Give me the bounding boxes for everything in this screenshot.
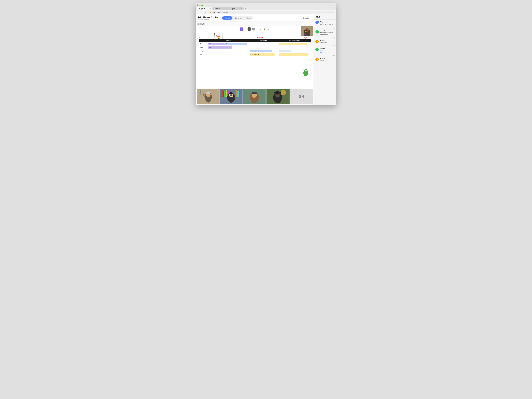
toolbar-select[interactable]: ▭ [240, 27, 243, 31]
reload-button[interactable]: ↻ [205, 11, 207, 13]
participant-video-4 [266, 89, 290, 104]
screen-share-label: Boby F. [200, 23, 204, 25]
person-pele: Pele [199, 53, 207, 56]
address-input[interactable]: 🔒 Nyocot.com/meet-HsdjASHd [208, 11, 335, 13]
msg-time-4: 05.29 [316, 55, 335, 56]
col-next-month: Next month [249, 39, 279, 42]
milestone-line [260, 43, 260, 57]
svg-point-16 [306, 71, 307, 71]
toolbar-pen[interactable]: ✏ [244, 27, 247, 31]
tab-document[interactable]: Document [233, 16, 244, 20]
msg-sender-1: You [320, 21, 335, 22]
participants-row: SR [197, 89, 313, 104]
toolbar-text[interactable]: T [255, 27, 259, 31]
person-mbappe: Mbappe [199, 49, 207, 53]
traffic-lights [197, 4, 335, 6]
table-row: Messi Slicing UI [199, 46, 311, 49]
task-interview: In-Depth Interview [250, 53, 275, 56]
screen-icon: 🖥 [198, 23, 199, 25]
ronaldo-month-after: UI Design [279, 42, 311, 46]
tab-nyocot-label: Nyocot [201, 8, 205, 10]
meeting-content: 🖥 Boby F. [196, 22, 314, 105]
tab-notion[interactable]: N Notion ✕ [212, 7, 228, 10]
url-text: Nyocot.com/meet-HsdjASHd [212, 12, 229, 13]
chat-message-2: S Steven S I have a finished present mee… [316, 30, 335, 35]
msg-content-2: Steven S I have a finished present meeti… [320, 30, 335, 35]
svg-rect-38 [239, 91, 240, 97]
chat-title: Chat [316, 16, 335, 18]
toolbar-lock[interactable]: 🔒 [263, 27, 266, 31]
svg-rect-33 [224, 91, 226, 97]
toolbar-shape[interactable] [247, 27, 251, 31]
close-button[interactable] [197, 4, 198, 6]
msg-content-4: Steven S Off Col https:// [320, 48, 335, 53]
tab-meeting[interactable]: Meeting [222, 16, 232, 20]
tab-figma-close[interactable]: ✕ [241, 8, 242, 9]
tab-nyocot[interactable]: ⚙ Nyocot ✕ [197, 7, 212, 10]
svg-rect-28 [206, 92, 211, 93]
table-row: Mbappe Usability Testing [199, 49, 311, 53]
timeline-header-row: This month Next month The month after th… [199, 39, 311, 42]
svg-point-57 [276, 95, 279, 97]
maximize-button[interactable] [201, 4, 203, 6]
task-mbappe-extra [279, 50, 291, 52]
ronaldo-this-month: UX Research UX Design [207, 42, 249, 46]
task-ui-design: UI Design [279, 43, 307, 45]
avatar-steven-2: S [316, 48, 319, 51]
svg-point-44 [229, 92, 233, 95]
timeline-table: This month Next month The month after th… [199, 39, 311, 57]
svg-rect-36 [235, 90, 237, 97]
figma-icon: F [229, 8, 230, 10]
browser-window: ⚙ Nyocot ✕ N Notion ✕ F Figma ✕ + ← → ↻ … [196, 3, 336, 105]
new-tab-button[interactable]: + [243, 7, 247, 10]
msg-content-1: You Yes, I w know th has bee week. W we … [320, 21, 335, 25]
tab-notion-close[interactable]: ✕ [225, 8, 226, 10]
tab-notion-label: Notion [216, 8, 220, 10]
share-link-button[interactable]: ⤢ Share Link [299, 16, 312, 20]
svg-rect-50 [252, 94, 258, 94]
meeting-area: Daily Standup Meeting 14 December 2022 M… [196, 14, 314, 105]
participant-video-5: SR [290, 89, 313, 104]
heart-icon-2: ♥ [309, 29, 310, 31]
chat-messages: Y You Yes, I w know th has bee week. W w… [314, 19, 336, 105]
msg-text-4: Off Col [320, 50, 335, 51]
forward-button[interactable]: → [201, 11, 204, 13]
chat-message-5: M Mc Flusy Thanks [316, 58, 335, 61]
lock-icon: 🔒 [210, 12, 211, 13]
table-row: Pele In-Depth Interview [199, 53, 311, 56]
person-ronaldo: Ronaldo [199, 42, 207, 46]
msg-text-3: Anybo Figjam? [320, 41, 335, 43]
content-toolbar: 🖥 Boby F. [197, 23, 313, 25]
heart-icon-1: ♥ [305, 31, 306, 33]
minimize-button[interactable] [199, 4, 201, 6]
task-slicing-ui: Slicing UI [208, 46, 232, 49]
msg-content-5: Mc Flusy Thanks [320, 58, 335, 61]
messi-month-after [279, 46, 311, 49]
back-button[interactable]: ← [197, 11, 200, 13]
pele-this-month [207, 53, 249, 56]
milestone-badge: Milestone [257, 37, 263, 38]
participant-video-1 [197, 89, 220, 104]
msg-link-4[interactable]: https:// [320, 51, 323, 53]
screen-share-button[interactable]: 🖥 Boby F. [197, 23, 205, 25]
avatar-mcflusy-2: M [316, 58, 319, 61]
person-messi: Messi [199, 46, 207, 49]
tab-figma[interactable]: F Figma ✕ [228, 7, 243, 10]
tab-figma[interactable]: Figma [244, 16, 253, 20]
msg-content-3: Mc Flusy Anybo Figjam? [320, 40, 335, 43]
canvas-area: Feedback WANTED 😊 ♥ ♥ ♥ ♥ ♥ ♥ ♥ [197, 26, 313, 89]
toolbar-frame[interactable]: □ [259, 27, 262, 31]
toolbar-circle[interactable] [252, 28, 255, 31]
title-bar: ⚙ Nyocot ✕ N Notion ✕ F Figma ✕ + [196, 3, 336, 10]
msg-sender-3: Mc Flusy [320, 40, 335, 41]
toolbar-more[interactable]: ⚙ [267, 27, 270, 31]
tab-figma-label: Figma [231, 8, 235, 10]
svg-rect-31 [221, 90, 223, 97]
meeting-title: Daily Standup Meeting [198, 16, 218, 18]
ronaldo-next-month [249, 42, 279, 46]
share-icon: ⤢ [301, 17, 302, 19]
wanted-text: WANTED [216, 36, 220, 37]
participant-sr: SR [290, 89, 313, 104]
tab-nyocot-close[interactable]: ✕ [210, 8, 211, 9]
messi-this-month: Slicing UI [207, 46, 249, 49]
